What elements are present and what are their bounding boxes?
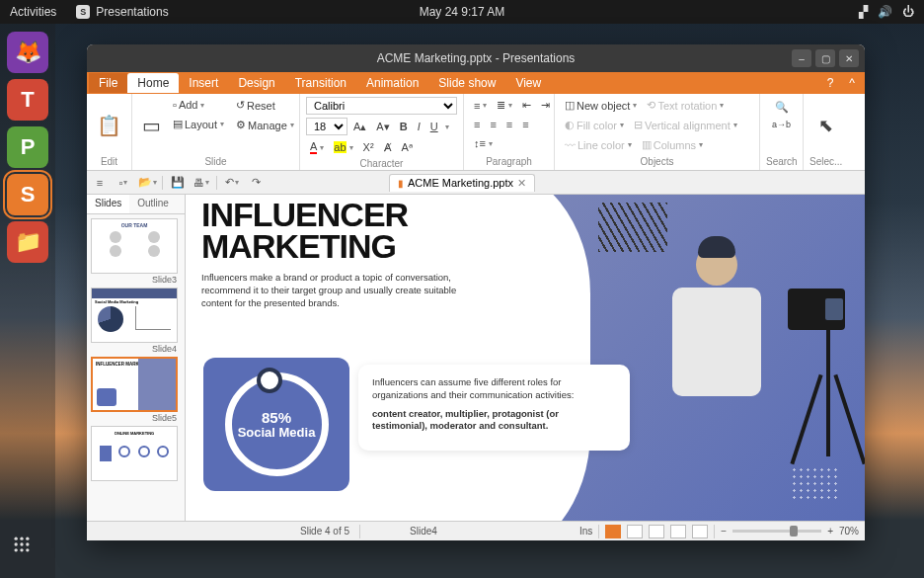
slide-title[interactable]: INFLUENCER MARKETING — [201, 199, 408, 263]
font-select[interactable]: Calibri — [306, 97, 457, 115]
outline-tab[interactable]: Outline — [129, 195, 177, 213]
new-object-button[interactable]: ◫ New object▾ — [561, 97, 641, 114]
select-pointer-icon[interactable]: ⬉ — [814, 113, 837, 138]
line-spacing-button[interactable]: ↕≡▾ — [470, 135, 497, 151]
activities-button[interactable]: Activities — [10, 5, 56, 19]
increase-font-icon[interactable]: A▴ — [349, 119, 370, 135]
planmaker-icon[interactable]: P — [7, 126, 48, 168]
app-window: ACME Marketing.pptx - Presentations – ▢ … — [87, 44, 865, 540]
insert-mode[interactable]: Ins — [579, 526, 592, 537]
clock[interactable]: May 24 9:17 AM — [420, 5, 505, 19]
align-left-button[interactable]: ≡ — [470, 117, 484, 132]
info-card[interactable]: Influencers can assume five different ro… — [358, 365, 630, 451]
tab-slideshow[interactable]: Slide show — [428, 73, 505, 93]
save-icon[interactable]: 💾 — [169, 174, 187, 192]
new-doc-icon[interactable]: ▫▾ — [115, 174, 132, 192]
tab-animation[interactable]: Animation — [356, 73, 428, 93]
menu-icon[interactable]: ≡ — [91, 174, 109, 192]
close-tab-icon[interactable]: ✕ — [517, 177, 526, 190]
paste-button[interactable]: 📋 — [93, 112, 125, 139]
svg-point-2 — [26, 537, 29, 540]
font-color-button[interactable]: A▾ — [306, 138, 328, 156]
view-notes-icon[interactable] — [670, 525, 686, 538]
align-right-button[interactable]: ≡ — [502, 117, 516, 132]
tab-home[interactable]: Home — [127, 73, 179, 93]
search-icon[interactable]: 🔍 — [771, 99, 793, 116]
thumb-slide6[interactable]: ONLINE MARKETING — [91, 426, 181, 483]
undo-icon[interactable]: ↶▾ — [223, 174, 241, 192]
minimize-button[interactable]: – — [792, 49, 811, 67]
view-slideshow-icon[interactable] — [692, 525, 708, 538]
font-size-select[interactable]: 18 — [306, 118, 347, 135]
ribbon-collapse-icon[interactable]: ^ — [841, 76, 863, 90]
view-normal-icon[interactable] — [605, 525, 621, 538]
tab-design[interactable]: Design — [228, 73, 284, 93]
clear-format-button[interactable]: A̸ — [380, 139, 396, 156]
character-more-button[interactable]: Aᵃ — [398, 139, 417, 156]
print-icon[interactable]: 🖶▾ — [192, 174, 210, 192]
presentations-icon[interactable]: S — [7, 174, 48, 215]
italic-button[interactable]: I — [414, 119, 424, 134]
bold-button[interactable]: B — [396, 119, 412, 134]
files-icon[interactable]: 📁 — [7, 221, 48, 263]
thumb-slide5[interactable]: INFLUENCER MARKETING Slide5 — [91, 357, 181, 424]
tab-view[interactable]: View — [505, 73, 551, 93]
zoom-slider[interactable] — [732, 530, 821, 533]
thumb-slide3[interactable]: OUR TEAM Slide3 — [91, 218, 181, 286]
underline-button[interactable]: U — [426, 119, 442, 134]
close-button[interactable]: ✕ — [839, 49, 859, 67]
superscript-button[interactable]: X² — [359, 139, 378, 155]
firefox-icon[interactable]: 🦊 — [7, 32, 48, 73]
zoom-in-icon[interactable]: + — [827, 526, 833, 537]
window-titlebar[interactable]: ACME Marketing.pptx - Presentations – ▢ … — [87, 44, 865, 72]
tab-insert[interactable]: Insert — [179, 73, 228, 93]
textmaker-icon[interactable]: T — [7, 79, 48, 121]
thumb-slide4[interactable]: Social Media Marketing Slide4 — [91, 288, 181, 355]
tab-file[interactable]: File — [89, 73, 127, 93]
window-title: ACME Marketing.pptx - Presentations — [377, 51, 576, 65]
group-select-label: Selec... — [809, 154, 841, 167]
indent-inc-button[interactable]: ⇥ — [537, 97, 554, 114]
zoom-out-icon[interactable]: − — [721, 526, 727, 537]
manage-button[interactable]: ⚙ Manage▾ — [232, 117, 298, 133]
stat-card[interactable]: 85% Social Media — [203, 358, 349, 491]
view-sorter-icon[interactable] — [627, 525, 643, 538]
slide-name: Slide4 — [410, 526, 437, 537]
vertical-align-button[interactable]: ⊟ Vertical alignment▾ — [630, 117, 741, 133]
align-center-button[interactable]: ≡ — [486, 117, 500, 132]
maximize-button[interactable]: ▢ — [815, 49, 835, 67]
decrease-font-icon[interactable]: A▾ — [372, 119, 393, 135]
bullets-button[interactable]: ≡▾ — [470, 98, 491, 114]
zoom-value[interactable]: 70% — [839, 526, 859, 537]
open-icon[interactable]: 📂▾ — [138, 174, 156, 192]
group-slide-label: Slide — [138, 154, 293, 167]
replace-icon[interactable]: a→b — [768, 118, 795, 131]
svg-point-6 — [15, 548, 18, 551]
network-icon[interactable]: ▞ — [859, 5, 868, 19]
line-color-button[interactable]: 〰 Line color▾ — [561, 137, 636, 153]
slide-canvas[interactable]: INFLUENCER MARKETING Influencers make a … — [186, 195, 865, 521]
view-outline-icon[interactable] — [649, 525, 664, 538]
text-rotation-button[interactable]: ⟲ Text rotation▾ — [643, 97, 728, 114]
document-tab[interactable]: ▮ ACME Marketing.pptx ✕ — [389, 174, 535, 192]
redo-icon[interactable]: ↷ — [247, 174, 265, 192]
group-character-label: Character — [306, 156, 457, 169]
align-justify-button[interactable]: ≡ — [518, 117, 532, 132]
help-button[interactable]: ? — [819, 76, 842, 90]
reset-button[interactable]: ↺ Reset — [232, 97, 298, 114]
slide-body-text[interactable]: Influencers make a brand or product a to… — [201, 272, 468, 309]
show-apps-icon[interactable] — [12, 535, 43, 566]
topbar-app[interactable]: S Presentations — [76, 5, 168, 19]
highlight-button[interactable]: ab▾ — [330, 139, 356, 155]
columns-button[interactable]: ▥ Columns▾ — [638, 136, 707, 153]
add-slide-button[interactable]: ▫ Add▾ — [169, 97, 228, 113]
layout-button[interactable]: ▤ Layout▾ — [169, 116, 228, 132]
numbering-button[interactable]: ≣▾ — [493, 97, 516, 114]
power-icon[interactable]: ⏻ — [902, 5, 914, 19]
indent-dec-button[interactable]: ⇤ — [518, 97, 535, 114]
new-slide-button[interactable]: ▭ — [138, 112, 165, 139]
tab-transition[interactable]: Transition — [285, 73, 356, 93]
volume-icon[interactable]: 🔊 — [878, 5, 892, 19]
fill-color-button[interactable]: ◐ Fill color▾ — [561, 117, 628, 133]
slides-tab[interactable]: Slides — [87, 195, 129, 213]
